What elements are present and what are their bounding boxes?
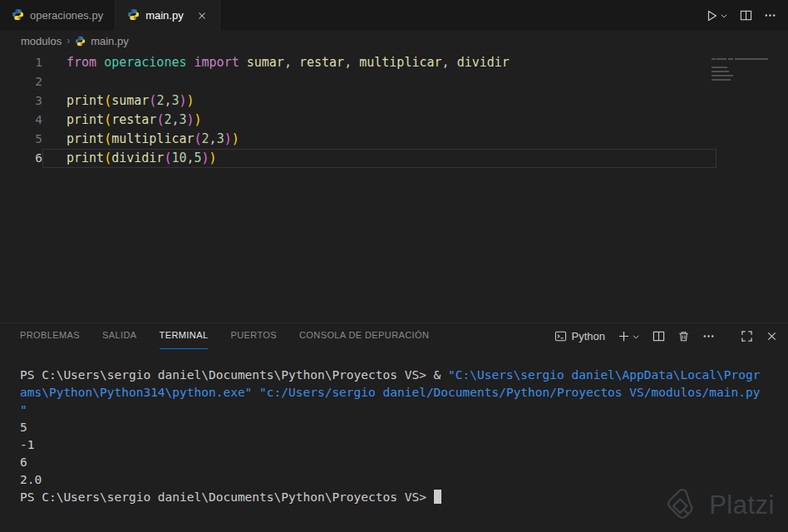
terminal-line: ams\Python\Python314\python.exe" "c:/Use… [20,384,788,401]
close-panel-icon[interactable] [766,330,778,342]
line-number: 1 [0,53,42,72]
python-file-icon [12,8,24,23]
python-file-icon [127,8,140,23]
breadcrumb-folder[interactable]: modulos [21,35,62,47]
tab-problemas[interactable]: PROBLEMAS [20,323,80,349]
breadcrumb-file[interactable]: main.py [91,35,129,47]
maximize-panel-icon[interactable] [741,330,753,342]
tab-label: operaciones.py [30,9,103,22]
split-editor-icon[interactable] [740,9,752,22]
terminal-output[interactable]: PS C:\Users\sergio daniel\Documents\Pyth… [0,349,788,532]
new-terminal-icon[interactable] [618,330,630,342]
code-text: from operaciones import sumar, restar, m… [42,53,717,72]
code-text: print(sumar(2,3)) [42,91,717,111]
more-actions-icon[interactable] [764,9,776,22]
run-dropdown-chevron-icon[interactable] [720,12,728,20]
code-text: print(multiplicar(2,3)) [42,130,717,149]
line-number: 5 [0,130,42,149]
panel-actions: Python [554,330,778,342]
panel-header: PROBLEMAS SALIDA TERMINAL PUERTOS CONSOL… [0,323,788,349]
kill-terminal-icon[interactable] [677,330,690,342]
tab-puertos[interactable]: PUERTOS [230,323,277,349]
terminal-line: PS C:\Users\sergio daniel\Documents\Pyth… [20,489,788,506]
editor-tab-bar: operaciones.py main.py [0,0,788,31]
line-number: 2 [0,72,42,91]
code-text [42,72,717,91]
run-python-icon[interactable] [705,9,718,22]
code-line[interactable]: 1from operaciones import sumar, restar, … [0,53,717,72]
terminal-icon [554,330,567,342]
terminal-line: PS C:\Users\sergio daniel\Documents\Pyth… [20,367,788,384]
terminal-line: -1 [20,436,788,454]
terminal-shell-label: Python [572,330,605,342]
line-number: 3 [0,91,42,111]
code-line[interactable]: 5print(multiplicar(2,3)) [0,130,717,149]
panel-tabs: PROBLEMAS SALIDA TERMINAL PUERTOS CONSOL… [20,323,429,349]
code-text: print(dividir(10,5)) [42,149,717,168]
terminal-line: " [20,401,788,419]
line-number: 4 [0,111,42,130]
close-tab-icon[interactable] [196,10,208,22]
split-terminal-icon[interactable] [653,330,665,342]
bottom-panel: PROBLEMAS SALIDA TERMINAL PUERTOS CONSOL… [0,323,788,532]
python-file-icon [75,36,86,47]
tab-salida[interactable]: SALIDA [102,323,137,349]
new-terminal-dropdown-chevron-icon[interactable] [632,332,640,341]
code-line[interactable]: 3print(sumar(2,3)) [0,91,717,111]
terminal-line: 2.0 [20,471,788,489]
vscode-window: operaciones.py main.py [0,0,788,532]
tab-terminal[interactable]: TERMINAL [160,323,209,349]
tab-operaciones-py[interactable]: operaciones.py [0,0,116,31]
code-line[interactable]: 4print(restar(2,3)) [0,111,717,130]
code-text: print(restar(2,3)) [42,111,717,130]
chevron-right-icon: › [66,35,70,47]
panel-more-actions-icon[interactable] [702,330,715,342]
tab-label: main.py [145,9,184,22]
line-number: 6 [0,149,42,168]
active-terminal-selector[interactable]: Python [554,330,605,342]
code-lines: 1from operaciones import sumar, restar, … [0,53,788,168]
breadcrumb: modulos › main.py [0,31,788,51]
code-line[interactable]: 6print(dividir(10,5)) [0,149,717,168]
terminal-line: 6 [20,454,788,471]
terminal-cursor [434,490,441,504]
terminal-line: 5 [20,419,788,436]
tab-main-py[interactable]: main.py [116,0,220,31]
code-editor[interactable]: 1from operaciones import sumar, restar, … [0,51,788,323]
code-line[interactable]: 2 [0,72,717,91]
tab-consola-depuracion[interactable]: CONSOLA DE DEPURACIÓN [299,323,429,349]
editor-actions [705,0,788,31]
minimap[interactable] [712,58,776,83]
